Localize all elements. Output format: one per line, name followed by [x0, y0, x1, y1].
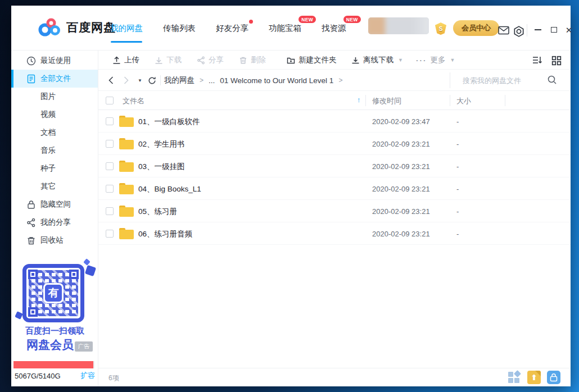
minimize-button[interactable] [532, 22, 544, 37]
sidebar-item-all-files[interactable]: 全部文件 [11, 70, 98, 88]
sidebar-item-pictures[interactable]: 图片 [11, 88, 98, 106]
file-name[interactable]: 06、练习册音频 [138, 229, 192, 239]
avatar [368, 17, 429, 34]
upload-button[interactable]: 上传 [112, 51, 139, 70]
hidden-space-lock-icon[interactable] [547, 371, 560, 384]
app-logo: 百度网盘 [38, 18, 116, 37]
header: 百度网盘 我的网盘 传输列表 好友分享 功能宝箱NEW 找资源NEW [11, 6, 571, 51]
breadcrumb-separator: > [200, 76, 203, 84]
desktop-background: 百度网盘 我的网盘 传输列表 好友分享 功能宝箱NEW 找资源NEW [0, 0, 579, 392]
row-checkbox[interactable] [106, 230, 114, 238]
file-row[interactable]: 02、学生用书 2020-02-09 23:21 - [98, 133, 571, 155]
toolbar: 上传 下载 分享 删除 新建文件夹 [98, 51, 571, 70]
file-size: - [456, 117, 459, 126]
file-row[interactable]: 01、一级白板软件 2020-02-09 23:47 - [98, 110, 571, 133]
close-button[interactable]: ✕ [563, 22, 575, 37]
settings-gear-icon[interactable] [513, 26, 524, 35]
tab-find-resources[interactable]: 找资源NEW [322, 21, 346, 36]
list-sort-icon[interactable] [532, 56, 542, 65]
sidebar-item-recent[interactable]: 最近使用 [11, 52, 98, 70]
file-row[interactable]: 05、练习册 2020-02-09 23:21 - [98, 200, 571, 222]
maximize-button[interactable] [548, 22, 560, 37]
row-checkbox[interactable] [106, 140, 114, 148]
file-row[interactable]: 06、练习册音频 2020-02-09 23:21 - [98, 222, 571, 245]
sidebar-item-hidden-space[interactable]: 隐藏空间 [11, 195, 98, 213]
storage-progress-bar [13, 361, 94, 368]
decor-cube [85, 265, 96, 276]
file-name[interactable]: 03、一级挂图 [138, 162, 185, 172]
row-checkbox[interactable] [106, 185, 114, 193]
ad-tag: 广告 [75, 341, 93, 352]
user-account-blurred[interactable] [368, 17, 429, 34]
folder-icon [119, 205, 134, 217]
row-checkbox[interactable] [106, 117, 114, 125]
file-name[interactable]: 05、练习册 [138, 207, 177, 217]
select-all-checkbox[interactable] [106, 97, 114, 104]
folder-icon [119, 183, 134, 195]
sidebar-item-my-shares[interactable]: 我的分享 [11, 213, 98, 231]
sidebar-item-videos[interactable]: 视频 [11, 106, 98, 124]
search-input[interactable] [463, 74, 547, 87]
forward-button[interactable] [124, 70, 129, 91]
download-button[interactable]: 下载 [155, 51, 182, 70]
file-list: 01、一级白板软件 2020-02-09 23:47 - 02、学生用书 202… [98, 110, 571, 245]
clock-icon [26, 56, 36, 66]
search-box [450, 72, 571, 88]
offline-download-button[interactable]: 离线下载 ▼ [351, 51, 403, 70]
app-title: 百度网盘 [66, 20, 116, 35]
file-size: - [456, 162, 459, 171]
refresh-icon[interactable] [148, 70, 156, 91]
expand-storage-link[interactable]: 扩容 [80, 371, 95, 381]
column-header-size[interactable]: 大小 [456, 96, 471, 106]
mini-apps-icon[interactable] [508, 371, 521, 384]
history-dropdown-icon[interactable]: ▼ [138, 70, 142, 91]
promo-text-line2: 网盘会员 [19, 337, 81, 353]
backup-folder-icon[interactable]: ⬆ [527, 371, 541, 384]
sidebar-item-torrents[interactable]: 种子 [11, 159, 98, 177]
delete-button[interactable]: 删除 [239, 51, 266, 70]
breadcrumb: 我的网盘 > ... 01 Welcome to Our World Level… [164, 70, 342, 91]
back-button[interactable] [108, 70, 114, 91]
decor-cube [83, 258, 91, 266]
sidebar-item-documents[interactable]: 文档 [11, 124, 98, 142]
column-header-modified[interactable]: 修改时间 [372, 96, 401, 106]
file-modified: 2020-02-09 23:21 [372, 185, 430, 193]
tab-my-drive[interactable]: 我的网盘 [110, 21, 143, 36]
chevron-down-icon: ▼ [398, 57, 403, 63]
row-checkbox[interactable] [106, 162, 114, 170]
share-button[interactable]: 分享 [197, 51, 224, 70]
grid-view-icon[interactable] [551, 56, 562, 65]
file-row[interactable]: 03、一级挂图 2020-02-09 23:21 - [98, 155, 571, 177]
file-list-icon [26, 74, 36, 84]
sort-ascending-icon[interactable]: ↑ [357, 95, 361, 104]
tab-transfer-list[interactable]: 传输列表 [163, 21, 196, 36]
header-divider [527, 24, 527, 37]
file-name[interactable]: 01、一级白板软件 [138, 117, 200, 127]
folder-icon [119, 227, 134, 240]
sidebar-item-recycle-bin[interactable]: 回收站 [11, 231, 98, 249]
offline-download-icon [351, 56, 360, 65]
sidebar-item-music[interactable]: 音乐 [11, 142, 98, 159]
column-divider [505, 95, 505, 106]
member-center-button[interactable]: 会员中心 [453, 20, 499, 36]
qr-center-logo: 有 [43, 283, 64, 303]
new-badge: NEW [343, 16, 361, 23]
baidu-netdisk-logo-icon [38, 18, 61, 37]
tab-toolbox[interactable]: 功能宝箱NEW [269, 21, 301, 36]
breadcrumb-ellipsis[interactable]: ... [209, 76, 215, 85]
file-size: - [456, 230, 459, 238]
file-name[interactable]: 02、学生用书 [138, 139, 185, 149]
file-name[interactable]: 04、Big Books_L1 [138, 184, 201, 194]
mail-icon[interactable] [498, 26, 509, 35]
tab-friend-share[interactable]: 好友分享 [216, 21, 248, 36]
new-badge: NEW [298, 16, 316, 23]
column-header-name[interactable]: 文件名 [123, 96, 144, 106]
sidebar-item-others[interactable]: 其它 [11, 177, 98, 195]
breadcrumb-root[interactable]: 我的网盘 [164, 75, 194, 85]
file-row[interactable]: 04、Big Books_L1 2020-02-09 23:21 - [98, 177, 571, 200]
more-button[interactable]: ··· 更多 ▼ [416, 51, 455, 70]
row-checkbox[interactable] [106, 207, 114, 215]
new-folder-button[interactable]: 新建文件夹 [287, 51, 337, 70]
breadcrumb-current[interactable]: 01 Welcome to Our World Level 1 [220, 76, 333, 85]
search-icon[interactable] [547, 75, 557, 85]
